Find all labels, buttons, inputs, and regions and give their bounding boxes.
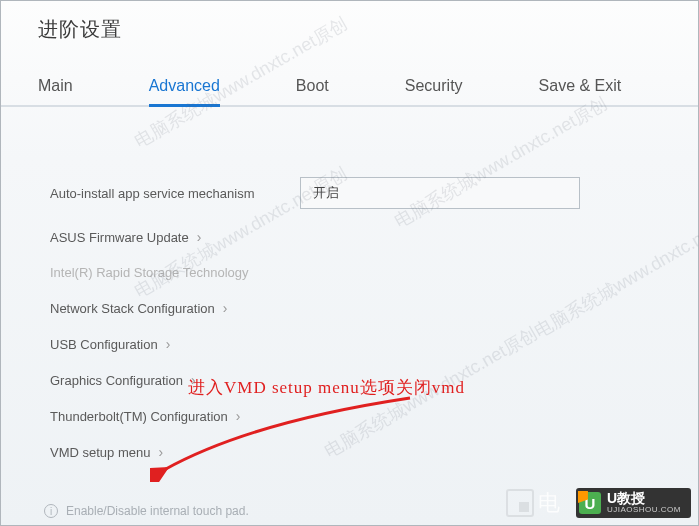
tab-boot[interactable]: Boot xyxy=(296,69,329,105)
hint-bar: i Enable/Disable internal touch pad. xyxy=(44,504,249,518)
row-intel-rst: Intel(R) Rapid Storage Technology xyxy=(50,255,649,290)
row-asus-firmware[interactable]: ASUS Firmware Update › xyxy=(50,219,649,255)
network-stack-label: Network Stack Configuration xyxy=(50,301,215,316)
page-title: 进阶设置 xyxy=(38,16,661,43)
logo-bar: 电 U U教授 UJIAOSHOU.COM xyxy=(498,484,691,522)
usb-config-label: USB Configuration xyxy=(50,337,158,352)
asus-firmware-link: ASUS Firmware Update › xyxy=(50,229,201,245)
usb-config-link: USB Configuration › xyxy=(50,336,170,352)
auto-install-label: Auto-install app service mechanism xyxy=(50,186,300,201)
top-bar: 进阶设置 xyxy=(0,0,699,43)
ujs-icon: U xyxy=(579,492,601,514)
chevron-right-icon: › xyxy=(166,336,171,352)
tab-navigation: Main Advanced Boot Security Save & Exit xyxy=(0,43,699,107)
vmd-setup-label: VMD setup menu xyxy=(50,445,150,460)
asus-firmware-label: ASUS Firmware Update xyxy=(50,230,189,245)
row-usb-config[interactable]: USB Configuration › xyxy=(50,326,649,362)
graphics-config-link: Graphics Configuration › xyxy=(50,372,196,388)
chevron-right-icon: › xyxy=(236,408,241,424)
tab-advanced[interactable]: Advanced xyxy=(149,69,220,105)
intel-rst-label: Intel(R) Rapid Storage Technology xyxy=(50,265,249,280)
row-network-stack[interactable]: Network Stack Configuration › xyxy=(50,290,649,326)
ujs-cn: U教授 xyxy=(607,491,681,506)
monitor-icon xyxy=(506,489,534,517)
annotation-text: 进入VMD setup menu选项关闭vmd xyxy=(188,376,465,399)
thunderbolt-config-link: Thunderbolt(TM) Configuration › xyxy=(50,408,240,424)
tab-security[interactable]: Security xyxy=(405,69,463,105)
ujs-en: UJIAOSHOU.COM xyxy=(607,506,681,515)
row-auto-install: Auto-install app service mechanism 开启 xyxy=(50,167,649,219)
chevron-right-icon: › xyxy=(197,229,202,245)
intel-rst-link: Intel(R) Rapid Storage Technology xyxy=(50,265,249,280)
thunderbolt-config-label: Thunderbolt(TM) Configuration xyxy=(50,409,228,424)
vmd-setup-link: VMD setup menu › xyxy=(50,444,163,460)
dian-text: 电 xyxy=(538,488,560,518)
dian-logo: 电 xyxy=(498,484,568,522)
row-thunderbolt-config[interactable]: Thunderbolt(TM) Configuration › xyxy=(50,398,649,434)
settings-content: Auto-install app service mechanism 开启 AS… xyxy=(0,107,699,490)
auto-install-select[interactable]: 开启 xyxy=(300,177,580,209)
hint-text: Enable/Disable internal touch pad. xyxy=(66,504,249,518)
bios-screen: 进阶设置 Main Advanced Boot Security Save & … xyxy=(0,0,699,526)
row-vmd-setup[interactable]: VMD setup menu › xyxy=(50,434,649,470)
ujiaoshou-logo: U U教授 UJIAOSHOU.COM xyxy=(576,488,691,518)
tab-save-exit[interactable]: Save & Exit xyxy=(539,69,622,105)
tab-main[interactable]: Main xyxy=(38,69,73,105)
info-icon: i xyxy=(44,504,58,518)
chevron-right-icon: › xyxy=(158,444,163,460)
network-stack-link: Network Stack Configuration › xyxy=(50,300,227,316)
graphics-config-label: Graphics Configuration xyxy=(50,373,183,388)
chevron-right-icon: › xyxy=(223,300,228,316)
